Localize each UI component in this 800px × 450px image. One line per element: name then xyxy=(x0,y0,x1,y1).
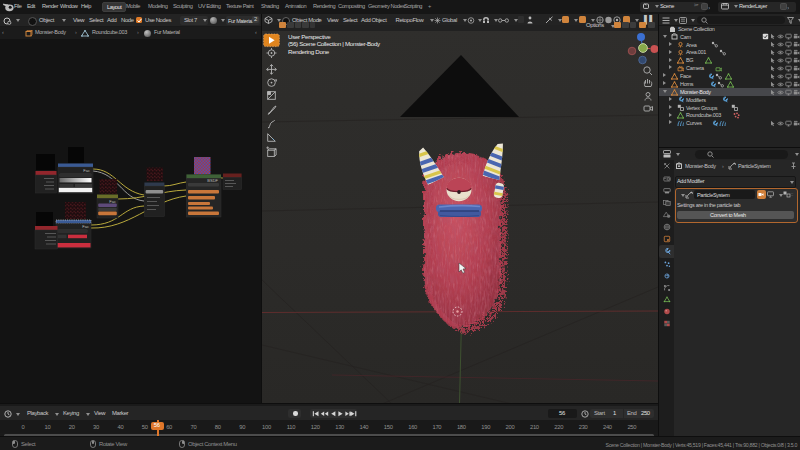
svg-text:×: × xyxy=(787,4,789,10)
svg-text:(56) Scene Collection | Monste: (56) Scene Collection | Monster-Body xyxy=(288,40,381,47)
svg-text:Rendering Done: Rendering Done xyxy=(288,48,330,55)
svg-text:Fac: Fac xyxy=(83,168,90,173)
svg-text:BSDF: BSDF xyxy=(207,178,218,183)
svg-text:Fac: Fac xyxy=(82,224,89,229)
svg-text:×: × xyxy=(708,4,710,10)
svg-text:User Perspective: User Perspective xyxy=(288,33,331,40)
svg-text:Fac: Fac xyxy=(109,199,116,204)
